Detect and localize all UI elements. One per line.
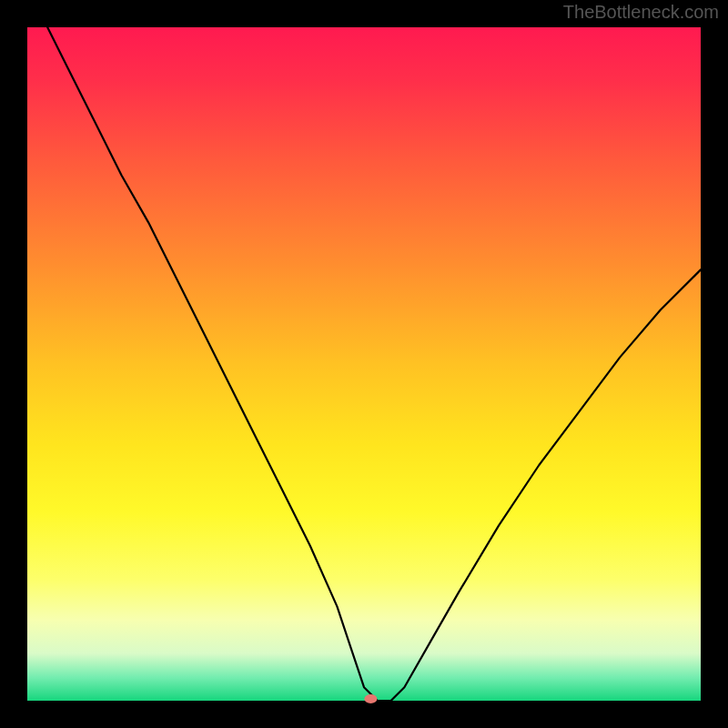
minimum-marker <box>364 694 377 703</box>
bottleneck-chart <box>0 0 728 728</box>
svg-rect-1 <box>27 27 701 701</box>
chart-container: TheBottleneck.com <box>0 0 728 728</box>
watermark-text: TheBottleneck.com <box>563 2 719 23</box>
